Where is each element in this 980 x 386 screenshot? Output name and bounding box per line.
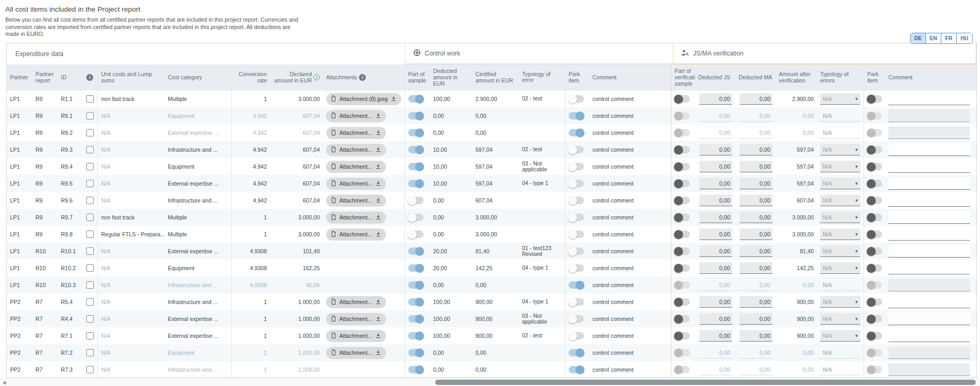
verification-sample-toggle[interactable] [675,315,690,323]
deducted-js-input[interactable]: 0,00 [699,161,732,172]
attachment-chip[interactable]: Attachment... [326,195,386,207]
verification-park-toggle[interactable] [867,95,882,103]
typology-of-errors-select[interactable]: N/A ▾ [820,228,860,240]
download-icon[interactable] [375,129,382,137]
verification-comment-input[interactable] [888,296,970,308]
download-icon[interactable] [375,163,382,171]
row-checkbox[interactable] [86,163,94,170]
row-checkbox[interactable] [86,214,94,221]
verification-comment-input[interactable] [888,279,970,291]
horizontal-scrollbar[interactable] [0,378,980,386]
part-of-sample-toggle[interactable] [408,332,424,339]
verification-park-toggle[interactable] [867,112,882,120]
download-icon[interactable] [375,231,382,238]
attachment-chip[interactable]: Attachment... [326,161,386,173]
attachment-chip[interactable]: Attachment... [326,330,386,342]
part-of-sample-toggle[interactable] [408,129,424,136]
download-icon[interactable] [375,332,382,340]
deducted-ma-input[interactable]: 0,00 [740,279,772,291]
verification-park-toggle[interactable] [867,146,882,153]
part-of-sample-toggle[interactable] [408,95,424,103]
typology-of-errors-select[interactable]: N/A ▾ [820,195,860,206]
deducted-ma-input[interactable]: 0,00 [740,330,772,342]
deducted-js-input[interactable]: 0,00 [699,127,732,139]
part-of-sample-toggle[interactable] [408,163,424,170]
deducted-js-input[interactable]: 0,00 [699,364,732,375]
part-of-sample-toggle[interactable] [408,231,424,238]
park-item-toggle[interactable] [569,247,584,255]
verification-comment-input[interactable] [888,262,970,274]
verification-sample-toggle[interactable] [675,180,690,187]
verification-park-toggle[interactable] [867,180,882,187]
deducted-ma-input[interactable]: 0,00 [740,262,772,274]
attachment-chip[interactable]: Attachment... [326,347,386,359]
deducted-js-input[interactable]: 0,00 [699,296,732,308]
typology-of-errors-select[interactable]: N/A ▾ [820,262,860,274]
deducted-js-input[interactable]: 0,00 [699,212,732,223]
verification-comment-input[interactable] [888,329,970,342]
row-checkbox[interactable] [86,281,94,289]
verification-sample-toggle[interactable] [675,129,690,136]
row-checkbox[interactable] [86,129,94,136]
deducted-ma-input[interactable]: 0,00 [740,178,772,189]
scrollbar-thumb[interactable] [435,380,976,385]
row-checkbox[interactable] [86,197,94,204]
verification-comment-input[interactable] [888,109,970,122]
verification-park-toggle[interactable] [867,281,882,289]
park-item-toggle[interactable] [569,112,584,120]
attachment-chip[interactable]: Attachment... [326,127,386,139]
verification-comment-input[interactable] [888,143,970,156]
verification-park-toggle[interactable] [867,264,882,272]
park-item-toggle[interactable] [569,349,584,356]
part-of-sample-toggle[interactable] [408,247,424,255]
verification-park-toggle[interactable] [867,366,882,373]
attachment-chip[interactable]: Attachment... [326,212,386,224]
park-item-toggle[interactable] [569,214,584,221]
row-checkbox[interactable] [86,298,94,306]
verification-park-toggle[interactable] [867,214,882,221]
park-item-toggle[interactable] [569,197,584,204]
deducted-ma-input[interactable]: 0,00 [740,313,772,325]
verification-park-toggle[interactable] [867,332,882,339]
info-icon[interactable]: i [313,74,320,80]
row-checkbox[interactable] [86,332,94,339]
deducted-js-input[interactable]: 0,00 [699,330,732,342]
deducted-js-input[interactable]: 0,00 [699,178,732,189]
verification-comment-input[interactable] [888,194,970,207]
row-checkbox[interactable] [86,180,94,187]
language-button-en[interactable]: EN [926,33,941,43]
download-icon[interactable] [375,197,382,205]
part-of-sample-toggle[interactable] [408,315,424,323]
download-icon[interactable] [390,95,397,103]
part-of-sample-toggle[interactable] [408,281,424,289]
deducted-ma-input[interactable]: 0,00 [740,144,772,155]
verification-park-toggle[interactable] [867,349,882,356]
deducted-ma-input[interactable]: 0,00 [740,212,772,223]
attachment-chip[interactable]: Attachment... [326,313,386,325]
deducted-js-input[interactable]: 0,00 [699,144,732,155]
download-icon[interactable] [375,146,382,154]
attachment-chip[interactable]: Attachment (8).jpeg [326,93,401,105]
info-icon[interactable]: i [359,74,366,81]
typology-of-errors-select[interactable]: N/A ▾ [820,279,860,291]
attachment-chip[interactable]: Attachment... [326,144,386,156]
part-of-sample-toggle[interactable] [408,214,424,221]
park-item-toggle[interactable] [569,366,584,373]
deducted-js-input[interactable]: 0,00 [699,110,732,122]
row-checkbox[interactable] [86,366,94,373]
park-item-toggle[interactable] [569,163,584,170]
typology-of-errors-select[interactable]: N/A ▾ [820,330,860,342]
deducted-js-input[interactable]: 0,00 [699,93,732,105]
typology-of-errors-select[interactable]: N/A ▾ [820,364,860,375]
typology-of-errors-select[interactable]: N/A ▾ [820,313,860,325]
park-item-toggle[interactable] [569,315,584,323]
attachment-chip[interactable]: Attachment... [326,296,386,308]
typology-of-errors-select[interactable]: N/A ▾ [820,296,860,308]
language-button-fr[interactable]: FR [941,33,957,43]
verification-sample-toggle[interactable] [675,332,690,339]
verification-comment-input[interactable] [888,160,970,173]
part-of-sample-toggle[interactable] [408,146,424,153]
typology-of-errors-select[interactable]: N/A ▾ [820,347,860,359]
typology-of-errors-select[interactable]: N/A ▾ [820,212,860,223]
deducted-ma-input[interactable]: 0,00 [740,161,772,172]
